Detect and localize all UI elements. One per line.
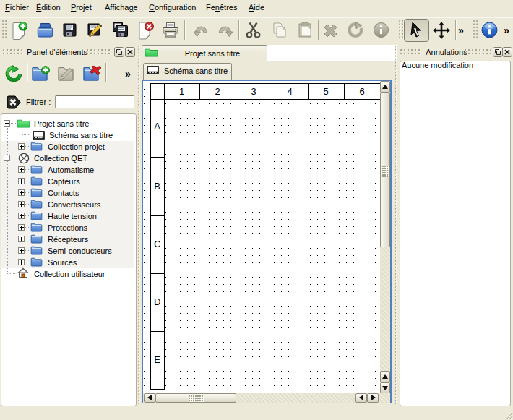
svg-text:C: C (154, 239, 160, 249)
svg-text:E: E (154, 354, 160, 365)
svg-text:B: B (154, 181, 160, 192)
svg-text:1: 1 (179, 86, 184, 97)
svg-text:4: 4 (287, 86, 292, 97)
svg-text:6: 6 (359, 86, 364, 97)
svg-text:5: 5 (323, 86, 328, 97)
svg-text:3: 3 (251, 86, 256, 97)
svg-text:A: A (154, 121, 160, 132)
svg-text:D: D (154, 296, 160, 307)
svg-text:2: 2 (215, 86, 220, 97)
